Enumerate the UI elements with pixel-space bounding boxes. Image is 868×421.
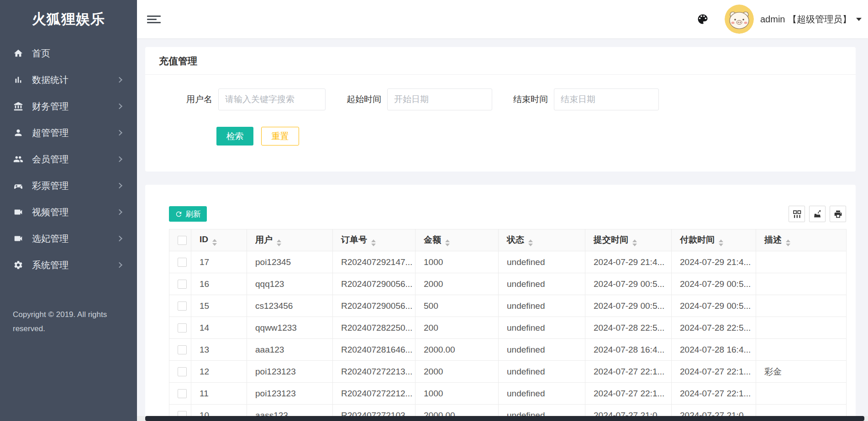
- export-button[interactable]: [809, 206, 826, 222]
- refresh-button[interactable]: 刷新: [169, 206, 207, 222]
- filter-form: 用户名 起始时间 结束时间: [186, 88, 856, 110]
- table-header-row: ID用户订单号金额状态提交时间付款时间描述: [169, 229, 847, 251]
- person-icon: [13, 128, 23, 138]
- column-header[interactable]: 用户: [247, 229, 333, 251]
- select-all-checkbox[interactable]: [178, 236, 187, 245]
- column-header-label: 提交时间: [594, 235, 628, 244]
- recharge-table: ID用户订单号金额状态提交时间付款时间描述 17poi12345R2024072…: [169, 229, 847, 421]
- sort-icon[interactable]: [212, 239, 217, 246]
- sort-icon[interactable]: [445, 239, 450, 246]
- cell-pay-time: 2024-07-29 21:4...: [672, 251, 756, 273]
- table-body: 17poi12345R202407292147...1000undefined2…: [169, 251, 847, 421]
- table-row: 16qqq123R202407290056...2000undefined202…: [169, 273, 847, 295]
- search-button[interactable]: 检索: [216, 127, 253, 146]
- table-row: 13aaa123R202407281646...2000.00undefined…: [169, 339, 847, 361]
- sidebar-item-label: 财务管理: [32, 100, 68, 113]
- start-time-label: 起始时间: [347, 94, 381, 105]
- horizontal-scrollbar-thumb[interactable]: [145, 416, 864, 421]
- chevron-right-icon: [116, 183, 122, 189]
- print-button[interactable]: [830, 206, 846, 222]
- cell-submit-time: 2024-07-27 22:1...: [585, 383, 672, 405]
- cell-id: 12: [191, 361, 247, 383]
- row-checkbox[interactable]: [178, 280, 187, 289]
- gamepad-icon: [13, 181, 23, 191]
- cell-id: 13: [191, 339, 247, 361]
- row-checkbox[interactable]: [178, 323, 187, 333]
- row-checkbox[interactable]: [178, 367, 187, 376]
- column-header[interactable]: 订单号: [333, 229, 416, 251]
- sort-icon[interactable]: [786, 239, 790, 246]
- bar-chart-icon: [13, 75, 23, 85]
- cell-order-no: R202407272213...: [333, 361, 416, 383]
- cell-id: 14: [191, 317, 247, 339]
- sidebar-item-finance[interactable]: 财务管理: [0, 93, 137, 120]
- column-header[interactable]: 金额: [416, 229, 499, 251]
- row-checkbox[interactable]: [178, 301, 187, 311]
- topbar: admin 【超级管理员】: [137, 0, 868, 38]
- sort-icon[interactable]: [371, 239, 376, 246]
- column-header[interactable]: 描述: [756, 229, 847, 251]
- sidebar-item-label: 会员管理: [32, 153, 68, 166]
- user-menu[interactable]: admin 【超级管理员】: [760, 13, 868, 26]
- refresh-icon: [175, 210, 183, 218]
- row-checkbox[interactable]: [178, 258, 187, 267]
- cell-description: [756, 251, 847, 273]
- column-header-label: 订单号: [341, 235, 367, 244]
- column-header[interactable]: 付款时间: [672, 229, 756, 251]
- reset-button[interactable]: 重置: [261, 127, 299, 146]
- bank-icon: [13, 101, 23, 111]
- sidebar-menu: 首页数据统计财务管理超管管理会员管理彩票管理视频管理选妃管理系统管理: [0, 40, 137, 278]
- sidebar-item-members[interactable]: 会员管理: [0, 146, 137, 172]
- sort-icon[interactable]: [528, 239, 533, 246]
- cell-pay-time: 2024-07-27 22:1...: [672, 383, 756, 405]
- end-date-input[interactable]: [554, 88, 659, 110]
- cell-amount: 500: [416, 295, 499, 317]
- start-date-input[interactable]: [387, 88, 492, 110]
- hamburger-menu-icon[interactable]: [147, 16, 161, 23]
- column-header-label: 付款时间: [680, 235, 715, 244]
- column-header[interactable]: 提交时间: [585, 229, 672, 251]
- row-checkbox[interactable]: [178, 389, 187, 398]
- cell-description: [756, 317, 847, 339]
- cell-status: undefined: [499, 383, 585, 405]
- sidebar-item-lottery[interactable]: 彩票管理: [0, 172, 137, 199]
- sort-icon[interactable]: [277, 239, 281, 246]
- cell-user: cs123456: [247, 295, 333, 317]
- row-checkbox[interactable]: [178, 345, 187, 354]
- sort-icon[interactable]: [719, 239, 723, 246]
- column-header[interactable]: ID: [191, 229, 247, 251]
- sidebar-item-video[interactable]: 视频管理: [0, 199, 137, 225]
- sidebar-item-system[interactable]: 系统管理: [0, 252, 137, 278]
- sidebar: 火狐狸娱乐 首页数据统计财务管理超管管理会员管理彩票管理视频管理选妃管理系统管理…: [0, 0, 137, 421]
- cell-amount: 2000.00: [416, 339, 499, 361]
- end-time-label: 结束时间: [513, 94, 548, 105]
- column-header[interactable]: 状态: [499, 229, 585, 251]
- chevron-right-icon: [116, 130, 122, 136]
- avatar[interactable]: [725, 5, 754, 34]
- cell-user: poi123123: [247, 383, 333, 405]
- sidebar-item-concubine[interactable]: 选妃管理: [0, 225, 137, 252]
- cell-submit-time: 2024-07-29 21:4...: [585, 251, 672, 273]
- horizontal-scrollbar: [137, 416, 868, 421]
- cell-user: poi12345: [247, 251, 333, 273]
- username-input[interactable]: [218, 88, 326, 110]
- username-label: 用户名: [186, 94, 212, 105]
- cell-amount: 1000: [416, 383, 499, 405]
- cell-amount: 200: [416, 317, 499, 339]
- sidebar-item-label: 超管管理: [32, 127, 68, 139]
- cell-amount: 2000: [416, 361, 499, 383]
- sidebar-item-super-admin[interactable]: 超管管理: [0, 120, 137, 146]
- filter-columns-button[interactable]: [789, 206, 805, 222]
- theme-palette-icon[interactable]: [696, 13, 709, 26]
- sidebar-item-label: 首页: [32, 47, 50, 60]
- cell-status: undefined: [499, 295, 585, 317]
- cell-submit-time: 2024-07-29 00:5...: [585, 273, 672, 295]
- cell-amount: 2000: [416, 273, 499, 295]
- table-toolbar: 刷新: [169, 206, 846, 222]
- table-row: 12poi123123R202407272213...2000undefined…: [169, 361, 847, 383]
- sort-icon[interactable]: [632, 239, 637, 246]
- column-header-label: 金额: [424, 235, 441, 244]
- cell-pay-time: 2024-07-29 00:5...: [672, 295, 756, 317]
- sidebar-item-data-stats[interactable]: 数据统计: [0, 67, 137, 93]
- sidebar-item-home[interactable]: 首页: [0, 40, 137, 67]
